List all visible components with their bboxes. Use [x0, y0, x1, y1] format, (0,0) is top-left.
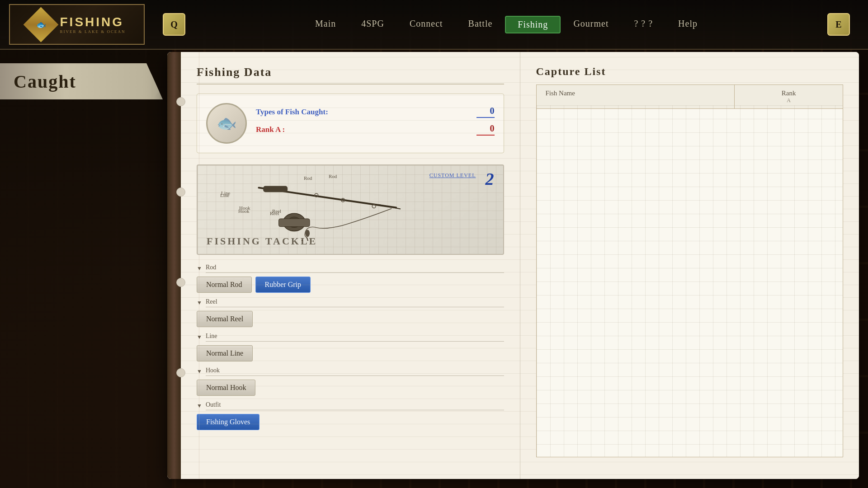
label-rod: Rod: [329, 174, 337, 179]
capture-table-grid: [537, 105, 843, 457]
fishing-gloves-item[interactable]: Fishing Gloves: [197, 414, 259, 430]
medal-fish-icon: 🐟: [217, 114, 237, 133]
normal-rod-item[interactable]: Normal Rod: [197, 277, 252, 293]
logo-sub: RIVER & LAKE & OCEAN: [60, 29, 126, 34]
line-section-header: ▼ Line: [197, 333, 504, 342]
outfit-section-header: ▼ Outfit: [197, 401, 504, 410]
rod-section-label: Rod: [206, 264, 504, 273]
svg-rect-9: [263, 186, 288, 192]
normal-line-item[interactable]: Normal Line: [197, 345, 253, 361]
logo-main: FISHING: [60, 15, 126, 29]
normal-hook-item[interactable]: Normal Hook: [197, 380, 255, 396]
custom-level-number: 2: [486, 169, 494, 189]
medal-circle: 🐟: [206, 103, 247, 144]
reel-equipment-row: Normal Reel: [197, 311, 504, 327]
hook-section-header: ▼ Hook: [197, 367, 504, 376]
diagram-reel-label: Reel: [270, 211, 279, 216]
caught-label: Caught: [14, 71, 76, 92]
normal-reel-item[interactable]: Normal Reel: [197, 311, 253, 327]
hole-4: [176, 368, 185, 377]
hole-2: [176, 188, 185, 197]
page-title: Fishing Data: [197, 66, 504, 84]
nav-menu: Main 4SPG Connect Battle Fishing Gourmet…: [185, 15, 827, 34]
reel-triangle-icon: ▼: [197, 300, 202, 306]
diagram-hook-label: Hook: [239, 205, 250, 211]
nav-item-connect[interactable]: Connect: [397, 15, 456, 34]
nav-item-help[interactable]: Help: [665, 15, 710, 34]
capture-table: Fish Name Rank A: [536, 84, 844, 457]
diagram-line-label: Line: [221, 190, 230, 196]
outfit-triangle-icon: ▼: [197, 403, 202, 409]
logo-text: FISHING RIVER & LAKE & OCEAN: [60, 15, 126, 34]
sidebar: Caught: [0, 50, 172, 488]
fish-icon: 🐟: [36, 19, 46, 29]
custom-level-label: CUSTOM LEVEL: [429, 172, 476, 179]
stat-row-rank: Rank A : 0: [256, 123, 495, 136]
hole-1: [176, 97, 185, 106]
line-equipment-row: Normal Line: [197, 345, 504, 361]
logo: 🐟 FISHING RIVER & LAKE & OCEAN: [9, 4, 145, 45]
nav-item-fishing[interactable]: Fishing: [505, 16, 561, 33]
stats-rows: Types of Fish Caught: 0 Rank A : 0: [256, 106, 495, 141]
rod-section-header: ▼ Rod: [197, 264, 504, 273]
line-triangle-icon: ▼: [197, 334, 202, 341]
stats-card: 🐟 Types of Fish Caught: 0 Rank A : 0: [197, 94, 504, 153]
e-button[interactable]: E: [827, 13, 850, 36]
nav-item-battle[interactable]: Battle: [456, 15, 505, 34]
nav-item-main[interactable]: Main: [302, 15, 349, 34]
outfit-section-label: Outfit: [206, 401, 504, 410]
hook-equipment-row: Normal Hook: [197, 380, 504, 396]
reel-section-header: ▼ Reel: [197, 298, 504, 307]
nav-item-4spg[interactable]: 4SPG: [349, 15, 397, 34]
caught-tab[interactable]: Caught: [0, 63, 163, 99]
types-value: 0: [476, 106, 495, 118]
notebook-left-page: Fishing Data 🐟 Types of Fish Caught: 0 R…: [181, 52, 520, 479]
logo-diamond: 🐟: [23, 7, 58, 42]
rubber-grip-item[interactable]: Rubber Grip: [255, 277, 311, 293]
svg-line-1: [378, 205, 401, 209]
nav-item-qqq[interactable]: ? ? ?: [621, 15, 665, 34]
hook-section-label: Hook: [206, 367, 504, 376]
navigation-bar: 🐟 FISHING RIVER & LAKE & OCEAN Q Main 4S…: [0, 0, 868, 50]
svg-rect-4: [278, 219, 310, 227]
nav-item-gourmet[interactable]: Gourmet: [561, 15, 621, 34]
capture-title: Capture List: [536, 66, 844, 78]
hook-triangle-icon: ▼: [197, 368, 202, 375]
hole-3: [176, 278, 185, 287]
rod-equipment-row: Normal Rod Rubber Grip: [197, 277, 504, 293]
stat-row-types: Types of Fish Caught: 0: [256, 106, 495, 118]
caught-tab-arrow: [151, 63, 170, 99]
rank-label: Rank A :: [256, 125, 476, 134]
notebook-right-page: Capture List Fish Name Rank A: [520, 52, 859, 479]
notebook-spine: [167, 52, 181, 479]
notebook: Fishing Data 🐟 Types of Fish Caught: 0 R…: [167, 52, 859, 479]
reel-section-label: Reel: [206, 298, 504, 307]
types-label: Types of Fish Caught:: [256, 108, 476, 117]
tackle-title: FISHING TACKLE: [207, 235, 317, 247]
line-section-label: Line: [206, 333, 504, 342]
rank-value: 0: [476, 123, 495, 136]
diagram-rod-label: Rod: [304, 175, 312, 181]
outfit-equipment-row: Fishing Gloves: [197, 414, 504, 430]
rod-triangle-icon: ▼: [197, 265, 202, 272]
q-button[interactable]: Q: [163, 13, 185, 36]
tackle-diagram: Rod Line Hook Reel Line Hook Reel Rod CU…: [197, 164, 504, 255]
